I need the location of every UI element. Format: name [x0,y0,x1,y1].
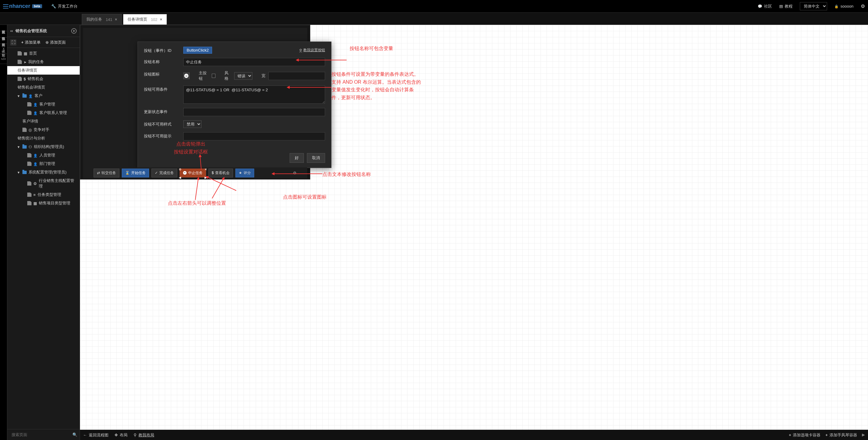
chevron-down-icon: ▾ [18,145,21,149]
disable-style-select[interactable]: 禁用 [183,120,202,128]
annotation-1: 按钮名称可包含变量 [350,45,393,53]
rail-custom[interactable]: 中式X定制 [0,44,7,54]
tab-my-tasks[interactable]: 我的任务 141 × [82,14,122,25]
settings-icon[interactable] [861,3,865,9]
file-icon [27,111,32,115]
rail-layout-config[interactable]: 局配置 [0,38,7,44]
tree-customer-detail[interactable]: 客户详情 [7,117,80,125]
main-button-checkbox[interactable] [212,74,215,78]
tree-sales-opp[interactable]: 销售机会 [7,75,80,83]
search-icon[interactable]: 🔍 [72,433,77,437]
tree-my-tasks[interactable]: 我的任务 [7,58,80,66]
update-event-input[interactable] [183,108,325,116]
add-menu-button[interactable]: 添加菜单 [21,40,40,45]
button-name-input[interactable] [183,58,325,66]
file-icon [27,181,32,185]
start-button[interactable]: 开始任务 [122,169,149,177]
user-icon [29,94,33,98]
tree-industry-sales[interactable]: 行业销售主线配置管理 [7,176,80,190]
sidebar-title: 销售机会管理系统 [16,28,47,34]
workspace-link[interactable]: 🔧 开发工作台 [51,4,78,9]
search-input[interactable] [10,431,72,439]
add-accordion-button[interactable]: 添加手风琴容器 [825,433,857,438]
tree-customer-contact[interactable]: 客户联系人管理 [7,109,80,117]
bar-settings-icon[interactable] [293,171,297,175]
hourglass-icon [125,171,130,175]
close-icon[interactable]: × [115,17,117,22]
teach-link[interactable]: ⚲教我设置按钮 [299,48,325,53]
close-icon[interactable]: × [160,17,162,22]
ok-button[interactable]: 好 [290,153,304,163]
sidebar-actions: ⛶ 添加菜单 ⊕添加页面 [7,37,80,48]
layout-button[interactable]: ✥布局 [115,433,128,438]
complete-button[interactable]: 完成任务 [152,169,177,177]
button-id-value: ButtonClick2 [183,47,212,54]
add-page-button[interactable]: ⊕添加页面 [45,40,66,45]
users-icon [33,111,37,115]
view-opp-button[interactable]: 查看机会 [209,169,233,177]
minus-circle-icon: − [184,74,188,78]
tutorial-link[interactable]: 教程 [779,4,793,9]
book-icon [779,4,783,8]
add-tab-container-button[interactable]: 添加选项卡容器 [789,433,821,438]
move-icon: ✥ [115,433,118,437]
users-icon [33,162,37,166]
chevron-left-icon[interactable]: ‹‹ [10,29,13,33]
tree-label: 客户详情 [23,119,38,124]
tree-task-detail[interactable]: 任务详情页 [7,66,80,75]
back-flow-button[interactable]: ←返回流程图 [83,433,108,438]
teach-link-label: 教我设置按钮 [303,48,325,53]
condition-textarea[interactable]: @11-STATUS@ = 1 OR @11-STATUS@ = 2 [183,86,325,104]
tree-folder-sysconfig[interactable]: ▾系统配置管理(管理员) [7,168,80,176]
button-bar: 转交任务 开始任务 完成任务 ⚙ ✕ ◀ ▶ − 中止任务 查看机会 评分 [83,167,307,178]
tree-customer-mgmt[interactable]: 客户管理 [7,100,80,109]
close-corner-icon[interactable]: ✕ [205,168,207,170]
logo[interactable]: nhancer beta [3,3,42,9]
tree-task-type[interactable]: 任务类型管理 [7,190,80,199]
rate-button[interactable]: 评分 [236,169,254,177]
width-input[interactable] [269,72,325,80]
play-icon[interactable]: ▶ [862,433,865,438]
rail-code[interactable]: </> [0,54,7,64]
btn-label: 转交任务 [101,170,116,176]
community-link[interactable]: 社区 [758,4,772,9]
play-icon[interactable] [71,28,76,34]
sidebar: ‹‹ 销售机会管理系统 ⛶ 添加菜单 ⊕添加页面 首页 我的任务 任务详情页 销… [7,25,80,440]
annotation-arrow [212,177,224,199]
disable-tip-input[interactable] [183,132,325,140]
tree-folder-customer[interactable]: ▾客户 [7,92,80,100]
expand-all-icon[interactable]: ⛶ [10,39,17,46]
arrow-right-icon[interactable]: ▶ [205,176,207,178]
tree-sales-project[interactable]: 销售项目类型管理 [7,199,80,207]
rail-data-connect[interactable]: 数据包接 [0,31,7,38]
tree-personnel[interactable]: 人员管理 [7,151,80,159]
wrench-icon: 🔧 [51,4,56,8]
tree-competitor[interactable]: ◎竞争对手 [7,125,80,134]
rail-page-config[interactable]: 页面配置 [0,25,7,31]
tree-home[interactable]: 首页 [7,49,80,58]
tree-label: 客户管理 [39,101,55,107]
language-select[interactable]: 简体中文 [800,2,827,10]
annotation-4: 点击文本修改按钮名称 [322,170,371,178]
dollar-icon [24,77,26,81]
plus-icon [21,40,24,45]
tree-sales-opp-detail[interactable]: 销售机会详情页 [7,83,80,92]
style-select[interactable]: 错误 [234,72,252,80]
tree-label: 组织结构(管理员) [34,144,64,149]
teach-layout-link[interactable]: ⚲教我布局 [134,433,154,438]
tree-folder-org[interactable]: ▾⚇组织结构(管理员) [7,143,80,151]
abort-button[interactable]: ⚙ ✕ ◀ ▶ − 中止任务 [180,169,206,177]
cancel-button[interactable]: 取消 [307,153,325,163]
check-icon [155,171,158,175]
user-menu[interactable]: soooon [834,4,854,8]
gear-corner-icon[interactable]: ⚙ [179,168,181,170]
arrow-left-icon[interactable]: ◀ [179,176,181,178]
tree-label: 部门管理 [39,161,55,167]
status-label: 返回流程图 [89,433,108,438]
icon-picker[interactable]: − [183,72,190,79]
file-icon [27,153,32,157]
tree-dept[interactable]: 部门管理 [7,159,80,168]
transfer-button[interactable]: 转交任务 [94,169,119,177]
tab-task-detail[interactable]: 任务详情页 102 × [123,14,167,25]
tree-sales-stats[interactable]: 销售统计与分析 [7,134,80,143]
